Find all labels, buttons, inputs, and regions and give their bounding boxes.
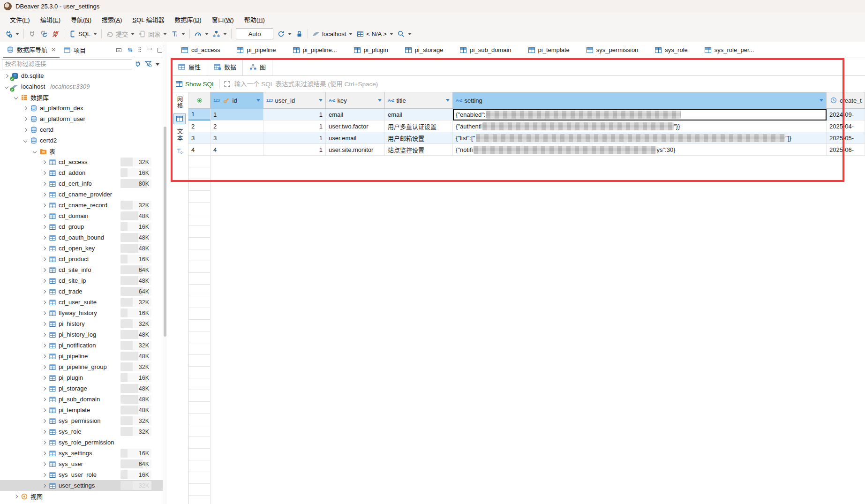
dropdown-arrow-icon[interactable]	[93, 33, 97, 35]
disconnect-button[interactable]	[50, 29, 61, 39]
tree-chevron-icon[interactable]	[23, 138, 27, 142]
tree-item-pi_pipeline_group[interactable]: pi_pipeline_group32K	[0, 361, 163, 372]
tree-item-localhost[interactable]: localhostlocalhost:3309	[0, 81, 163, 92]
tree-chevron-icon[interactable]	[42, 429, 46, 433]
editor-tab-pi_template[interactable]: pi_template	[524, 42, 582, 58]
tree-item-pi_template[interactable]: pi_template48K	[0, 405, 163, 415]
tree-item-ai_platform_user[interactable]: ai_platform_user	[0, 113, 163, 124]
tree-chevron-icon[interactable]	[42, 322, 46, 325]
editor-tab-pi_sub_domain[interactable]: pi_sub_domain	[455, 42, 523, 58]
cell-title[interactable]: 用户多重认证设置	[385, 120, 453, 132]
tree-chevron-icon[interactable]	[42, 289, 46, 293]
tree-item-certd2[interactable]: certd2	[0, 135, 163, 146]
cell-id[interactable]: 4	[211, 144, 263, 156]
cell-create-time[interactable]: 2025-06-	[827, 144, 865, 156]
collapse-all-icon[interactable]	[115, 46, 122, 53]
menu-item-e[interactable]: 编辑(E)	[35, 13, 66, 26]
grid-header-setting[interactable]: A-Zsetting	[453, 92, 827, 108]
tree-item-sys_settings[interactable]: sys_settings16K	[0, 448, 163, 459]
row-number-cell[interactable]: 3	[188, 132, 211, 144]
tree-chevron-icon[interactable]	[14, 494, 18, 498]
tree-item-cd_addon[interactable]: cd_addon16K	[0, 167, 163, 178]
tree-chevron-icon[interactable]	[42, 462, 46, 466]
sql-editor-button[interactable]: SQL	[67, 29, 99, 39]
tree-chevron-icon[interactable]	[42, 246, 46, 250]
editor-tab-cd_access[interactable]: cd_access	[177, 42, 232, 58]
tree-chevron-icon[interactable]	[42, 278, 46, 282]
tree-item-sys_role[interactable]: sys_role32K	[0, 426, 163, 437]
tree-item-[interactable]: 数据库	[0, 92, 163, 103]
cell-key[interactable]: user.site.monitor	[326, 144, 385, 156]
grid-header-key[interactable]: A-Zkey	[326, 92, 385, 108]
tree-chevron-icon[interactable]	[42, 171, 46, 174]
tree-chevron-icon[interactable]	[42, 235, 46, 239]
tree-item-cd_cname_record[interactable]: cd_cname_record32K	[0, 200, 163, 211]
tree-item-certd[interactable]: certd	[0, 124, 163, 135]
cell-create-time[interactable]: 2025-04-	[827, 120, 865, 132]
tree-item-pi_sub_domain[interactable]: pi_sub_domain48K	[0, 394, 163, 405]
auto-commit-field[interactable]: Auto	[236, 28, 273, 39]
editor-tab-pi_plugin[interactable]: pi_plugin	[349, 42, 400, 58]
editor-tab-sys_permission[interactable]: sys_permission	[582, 42, 651, 58]
expand-filter-icon[interactable]	[224, 81, 231, 88]
editor-tab-pi_storage[interactable]: pi_storage	[400, 42, 456, 58]
cell-title[interactable]: email	[385, 109, 453, 120]
menu-item-f[interactable]: 文件(F)	[5, 13, 35, 26]
close-tab-icon[interactable]: ✕	[51, 46, 56, 53]
tree-item-pi_storage[interactable]: pi_storage48K	[0, 383, 163, 394]
column-filter-arrow-icon[interactable]	[319, 99, 323, 102]
tree-chevron-icon[interactable]	[14, 95, 18, 99]
topology-button[interactable]	[211, 29, 229, 39]
editor-tab-pi_pipeline[interactable]: pi_pipeline...	[288, 42, 349, 58]
connect-button[interactable]	[26, 29, 38, 39]
search-button[interactable]	[395, 29, 414, 39]
cell-id[interactable]: 3	[211, 132, 263, 144]
dropdown-arrow-icon[interactable]	[288, 33, 292, 35]
tree-item-user_settings[interactable]: user_settings32K	[0, 480, 163, 491]
mysql-dolphin-button[interactable]: localhost	[310, 29, 354, 39]
grid-header-user_id[interactable]: 123user_id	[263, 92, 326, 108]
tree-item-cd_trade[interactable]: cd_trade64K	[0, 286, 163, 297]
cell-create-time[interactable]: 2024-09-	[827, 109, 865, 120]
cell-setting[interactable]: {"enabled":	[453, 109, 827, 120]
editor-tab-sys_role[interactable]: sys_role	[650, 42, 700, 58]
tree-item-pi_pipeline[interactable]: pi_pipeline48K	[0, 351, 163, 361]
tab-database-navigator[interactable]: 数据库导航 ✕	[3, 42, 60, 58]
cell-key[interactable]: email	[326, 109, 385, 120]
menu-item-a[interactable]: 搜索(A)	[97, 13, 127, 26]
cell-user-id[interactable]: 1	[263, 132, 326, 144]
grid-header-create_t[interactable]: create_t	[827, 92, 865, 108]
value-view-button[interactable]	[173, 145, 186, 157]
tree-chevron-icon[interactable]	[42, 473, 46, 476]
tree-chevron-icon[interactable]	[42, 376, 46, 379]
row-number-cell[interactable]: 2	[188, 120, 211, 132]
tree-chevron-icon[interactable]	[42, 343, 46, 347]
dashboard-button[interactable]	[192, 29, 211, 39]
result-tab-图[interactable]: 图	[243, 58, 272, 75]
text-view-label[interactable]: 文本	[175, 128, 184, 141]
tree-chevron-icon[interactable]	[42, 214, 46, 218]
cell-id[interactable]: 1	[211, 109, 263, 120]
tree-chevron-icon[interactable]	[42, 451, 46, 455]
cell-key[interactable]: user.two.factor	[326, 120, 385, 132]
new-connection-button[interactable]	[3, 29, 21, 39]
tree-chevron-icon[interactable]	[42, 386, 46, 390]
refresh-button[interactable]	[275, 29, 293, 39]
tree-chevron-icon[interactable]	[42, 332, 46, 336]
show-sql-button[interactable]: Show SQL	[176, 81, 216, 88]
dropdown-arrow-icon[interactable]	[181, 33, 185, 35]
tree-chevron-icon[interactable]	[23, 128, 27, 131]
tree-chevron-icon[interactable]	[42, 257, 46, 261]
tree-item-pi_history_log[interactable]: pi_history_log48K	[0, 329, 163, 340]
maximize-view-icon[interactable]	[157, 47, 163, 53]
tree-chevron-icon[interactable]	[33, 149, 37, 153]
lock-button[interactable]	[293, 29, 305, 39]
dropdown-arrow-icon[interactable]	[223, 33, 227, 35]
tree-item-[interactable]: 视图	[0, 491, 163, 502]
tree-item-dbsqlite[interactable]: db.sqlite	[0, 70, 163, 81]
dropdown-arrow-icon[interactable]	[349, 33, 353, 35]
commit-button[interactable]: 提交	[104, 28, 136, 40]
tree-item-cd_cname_provider[interactable]: cd_cname_provider	[0, 189, 163, 200]
dropdown-arrow-icon[interactable]	[408, 33, 412, 35]
tree-item-sys_user_role[interactable]: sys_user_role16K	[0, 469, 163, 480]
